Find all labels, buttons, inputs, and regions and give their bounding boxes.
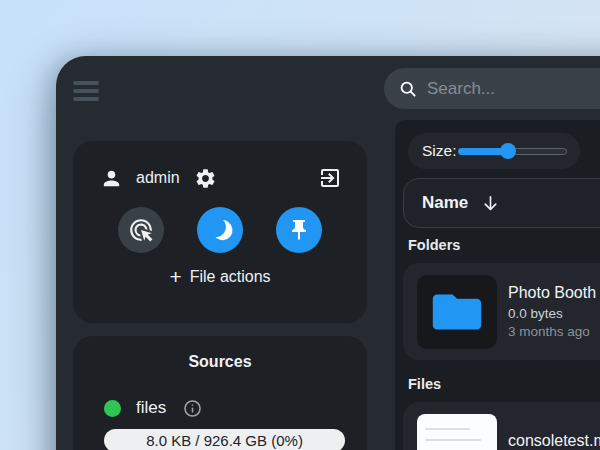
- logout-icon[interactable]: [318, 166, 342, 190]
- app-window: Search... admin: [56, 56, 600, 450]
- folder-tile: [417, 275, 497, 349]
- sources-title: Sources: [73, 353, 367, 371]
- arrow-down-icon: [480, 193, 501, 214]
- desktop-background: Search... admin: [0, 0, 600, 450]
- pin-button[interactable]: [276, 207, 322, 253]
- plus-icon: +: [169, 269, 181, 285]
- size-slider-group: Size:: [408, 133, 580, 169]
- file-actions-label: File actions: [190, 268, 271, 286]
- storage-usage-bar: 8.0 KB / 926.4 GB (0%): [104, 429, 345, 450]
- info-icon[interactable]: [183, 399, 202, 418]
- folders-heading: Folders: [408, 237, 460, 253]
- files-heading: Files: [408, 376, 441, 392]
- folder-item[interactable]: Photo Booth 0.0 bytes 3 months ago: [403, 263, 600, 360]
- file-item[interactable]: consoletest.mov 127.9 MB: [403, 402, 600, 450]
- slider-thumb[interactable]: [500, 143, 516, 159]
- file-name: consoletest.mov: [508, 432, 600, 450]
- username-label: admin: [136, 169, 180, 187]
- storage-usage-text: 8.0 KB / 926.4 GB (0%): [146, 432, 303, 449]
- file-thumbnail: [417, 414, 497, 450]
- file-actions-button[interactable]: + File actions: [73, 268, 367, 286]
- folder-size: 0.0 bytes: [508, 306, 596, 321]
- status-dot: [104, 400, 121, 417]
- settings-icon[interactable]: [194, 167, 217, 190]
- moon-icon: [205, 216, 228, 239]
- pin-icon: [287, 218, 311, 242]
- menu-icon[interactable]: [73, 81, 99, 105]
- user-icon: [100, 167, 123, 190]
- folder-icon: [430, 290, 484, 334]
- source-row[interactable]: files: [104, 398, 367, 418]
- select-mode-button[interactable]: [118, 207, 164, 253]
- folder-name: Photo Booth: [508, 284, 596, 302]
- size-slider[interactable]: [458, 143, 567, 159]
- dark-mode-button[interactable]: [197, 207, 243, 253]
- sort-button[interactable]: Name: [403, 178, 600, 228]
- search-bar[interactable]: Search...: [384, 68, 600, 109]
- sort-label: Name: [422, 193, 468, 213]
- folder-modified: 3 months ago: [508, 324, 596, 339]
- sources-panel: Sources files 8.0 KB / 926.4 GB (0%): [73, 336, 367, 450]
- size-label: Size:: [422, 142, 456, 160]
- search-icon: [398, 79, 418, 99]
- file-listing-pane: Size: Name Folders: [395, 120, 600, 450]
- source-name-label: files: [136, 398, 166, 418]
- user-panel: admin: [73, 141, 367, 323]
- click-select-icon: [128, 217, 154, 243]
- search-placeholder: Search...: [427, 79, 495, 99]
